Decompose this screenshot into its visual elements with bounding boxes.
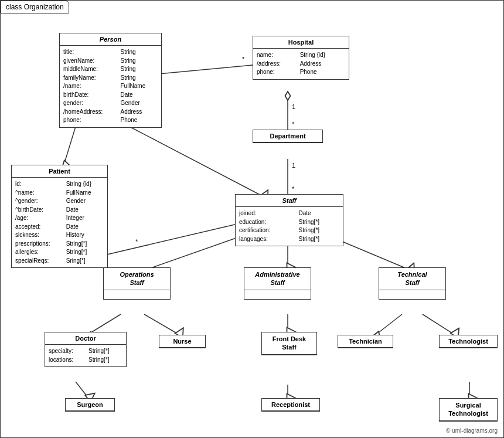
- technical-staff-class: TechnicalStaff: [379, 267, 446, 300]
- doctor-class: Doctor specialty:String[*] locations:Str…: [45, 332, 127, 367]
- nurse-title: Nurse: [159, 335, 205, 348]
- svg-text:*: *: [135, 238, 138, 245]
- person-attrs: title:String givenName:String middleName…: [60, 46, 161, 127]
- diagram-title: class Organization: [1, 1, 69, 13]
- staff-title: Staff: [236, 195, 343, 207]
- surgical-technologist-title: SurgicalTechnologist: [440, 399, 497, 421]
- patient-title: Patient: [12, 165, 107, 178]
- doctor-title: Doctor: [45, 332, 126, 345]
- hospital-class: Hospital name:String {id} /address:Addre…: [253, 36, 349, 80]
- person-title: Person: [60, 33, 161, 46]
- doctor-attrs: specialty:String[*] locations:String[*]: [45, 345, 126, 366]
- svg-text:1: 1: [292, 103, 295, 110]
- staff-attrs: joined:Date education:String[*] certific…: [236, 207, 343, 246]
- svg-line-22: [376, 314, 402, 335]
- operations-staff-class: OperationsStaff: [103, 267, 171, 300]
- hospital-attrs: name:String {id} /address:Address phone:…: [253, 49, 349, 79]
- receptionist-class: Receptionist: [261, 398, 320, 412]
- svg-line-24: [76, 382, 88, 398]
- department-title: Department: [253, 130, 322, 142]
- hospital-title: Hospital: [253, 36, 349, 49]
- patient-attrs: id:String {id} ^name:FullName ^gender:Ge…: [12, 178, 107, 267]
- administrative-staff-title: AdministrativeStaff: [244, 268, 311, 290]
- technician-title: Technician: [338, 335, 393, 348]
- technician-class: Technician: [338, 335, 393, 348]
- receptionist-title: Receptionist: [262, 399, 319, 411]
- surgical-technologist-class: SurgicalTechnologist: [439, 398, 498, 422]
- technologist-title: Technologist: [440, 335, 497, 348]
- patient-class: Patient id:String {id} ^name:FullName ^g…: [11, 165, 108, 268]
- svg-text:1: 1: [292, 162, 295, 169]
- person-class: Person title:String givenName:String mid…: [59, 33, 162, 128]
- svg-line-13: [90, 223, 240, 259]
- operations-staff-title: OperationsStaff: [104, 268, 170, 290]
- svg-line-2: [159, 65, 253, 74]
- administrative-staff-class: AdministrativeStaff: [244, 267, 311, 300]
- technical-staff-title: TechnicalStaff: [379, 268, 445, 290]
- svg-line-12: [130, 127, 264, 197]
- svg-line-23: [423, 314, 455, 335]
- front-desk-staff-class: Front DeskStaff: [261, 332, 317, 355]
- svg-line-20: [144, 314, 179, 335]
- diagram-container: class Organization * * 1 * 1 * *: [0, 0, 504, 438]
- svg-text:*: *: [292, 121, 295, 128]
- technologist-class: Technologist: [439, 335, 498, 348]
- nurse-class: Nurse: [159, 335, 206, 348]
- front-desk-staff-title: Front DeskStaff: [262, 332, 316, 355]
- svg-text:*: *: [242, 56, 245, 63]
- department-class: Department: [253, 130, 323, 143]
- staff-class: Staff joined:Date education:String[*] ce…: [235, 194, 343, 246]
- copyright: © uml-diagrams.org: [446, 427, 498, 434]
- surgeon-class: Surgeon: [65, 398, 115, 412]
- svg-line-11: [64, 127, 76, 165]
- surgeon-title: Surgeon: [66, 399, 114, 411]
- svg-text:*: *: [292, 185, 295, 192]
